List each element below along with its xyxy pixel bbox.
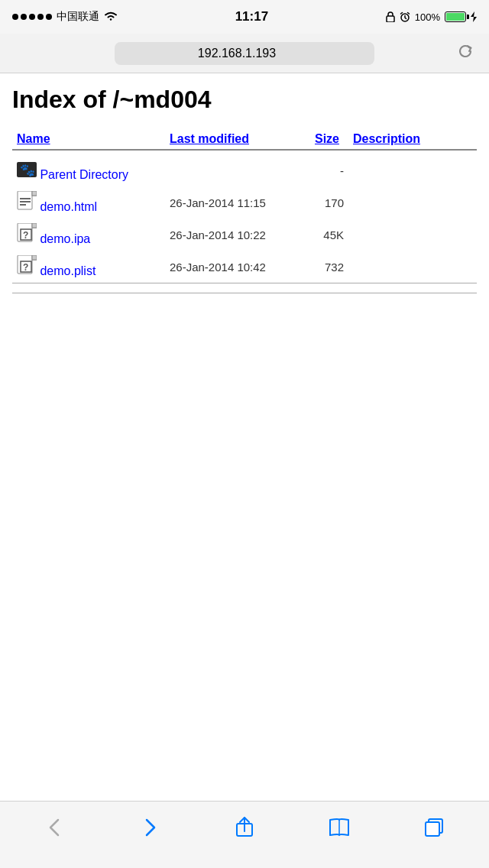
unknown-file-icon: ? xyxy=(17,255,37,275)
page-title: Index of /~md004 xyxy=(12,86,477,114)
size-cell: 170 xyxy=(310,186,348,219)
modified-cell: 26-Jan-2014 10:42 xyxy=(165,251,310,283)
size-cell: - xyxy=(310,154,348,186)
description-cell xyxy=(348,219,477,251)
file-link[interactable]: ? demo.ipa xyxy=(17,232,90,245)
description-cell xyxy=(348,154,477,186)
status-bar: 中国联通 11:17 100% xyxy=(0,0,489,34)
description-cell xyxy=(348,251,477,283)
svg-marker-2 xyxy=(471,11,477,22)
forward-button[interactable] xyxy=(131,811,169,844)
svg-text:🐾: 🐾 xyxy=(20,163,35,177)
modified-cell xyxy=(165,154,310,186)
svg-text:?: ? xyxy=(23,230,28,241)
svg-text:?: ? xyxy=(23,262,28,273)
unknown-file-icon: ? xyxy=(17,223,37,243)
status-left: 中国联通 xyxy=(12,10,118,24)
description-cell xyxy=(348,186,477,219)
signal-icon xyxy=(12,14,52,20)
browser-bar: 192.168.1.193 xyxy=(0,34,489,73)
directory-table: Name Last modified Size Description 🐾 Pa… xyxy=(12,129,477,293)
svg-rect-0 xyxy=(387,16,394,22)
col-header-name[interactable]: Name xyxy=(12,129,165,150)
carrier-label: 中国联通 xyxy=(57,10,99,24)
clock: 11:17 xyxy=(235,9,268,24)
svg-rect-6 xyxy=(32,191,37,196)
file-link[interactable]: demo.html xyxy=(17,200,97,213)
tabs-button[interactable] xyxy=(415,811,453,844)
wifi-icon xyxy=(104,11,118,24)
size-cell: 732 xyxy=(310,251,348,283)
file-link[interactable]: ? demo.plist xyxy=(17,264,96,277)
back-button[interactable] xyxy=(36,811,74,844)
browser-toolbar xyxy=(0,801,489,868)
html-file-icon xyxy=(17,191,37,211)
size-cell: 45K xyxy=(310,219,348,251)
battery-percent: 100% xyxy=(415,11,440,23)
table-row: demo.html26-Jan-2014 11:15170 xyxy=(12,186,477,219)
status-right: 100% xyxy=(386,11,477,23)
battery-icon xyxy=(445,11,466,22)
col-header-size[interactable]: Size xyxy=(310,129,348,150)
reload-button[interactable] xyxy=(457,43,474,64)
svg-rect-22 xyxy=(426,822,439,836)
svg-rect-11 xyxy=(32,223,37,228)
lock-icon xyxy=(386,11,395,22)
alarm-icon xyxy=(400,11,410,22)
modified-cell: 26-Jan-2014 11:15 xyxy=(165,186,310,219)
table-row: ? demo.plist26-Jan-2014 10:42732 xyxy=(12,251,477,283)
table-row: ? demo.ipa26-Jan-2014 10:2245K xyxy=(12,219,477,251)
col-header-modified[interactable]: Last modified xyxy=(165,129,310,150)
charging-icon xyxy=(471,11,477,22)
file-link[interactable]: 🐾 Parent Directory xyxy=(17,168,128,181)
col-header-description[interactable]: Description xyxy=(348,129,477,150)
modified-cell: 26-Jan-2014 10:22 xyxy=(165,219,310,251)
parent-dir-icon: 🐾 xyxy=(17,159,37,179)
share-button[interactable] xyxy=(225,811,264,844)
address-bar[interactable]: 192.168.1.193 xyxy=(115,42,374,65)
page-content: Index of /~md004 Name Last modified Size… xyxy=(0,73,489,293)
svg-rect-15 xyxy=(32,255,37,260)
svg-rect-5 xyxy=(18,191,32,209)
table-row: 🐾 Parent Directory- xyxy=(12,154,477,186)
bookmarks-button[interactable] xyxy=(320,811,358,844)
